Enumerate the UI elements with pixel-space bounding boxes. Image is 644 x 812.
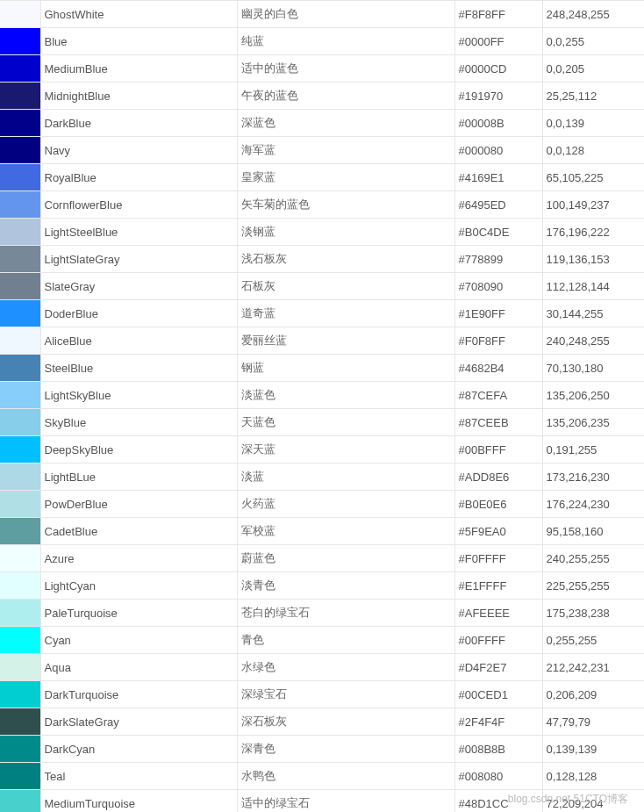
color-hex: #2F4F4F bbox=[454, 708, 542, 736]
color-swatch bbox=[0, 164, 40, 191]
color-swatch bbox=[0, 572, 40, 600]
color-name-zh: 纯蓝 bbox=[237, 28, 454, 55]
color-swatch bbox=[0, 219, 40, 246]
color-rgb: 0,255,255 bbox=[542, 627, 644, 654]
color-name-en: SteelBlue bbox=[40, 355, 237, 382]
color-swatch bbox=[0, 28, 40, 55]
table-row: DoderBlue道奇蓝#1E90FF30,144,255 bbox=[0, 300, 644, 327]
color-rgb: 100,149,237 bbox=[542, 191, 644, 219]
table-row: MidnightBlue午夜的蓝色#19197025,25,112 bbox=[0, 83, 644, 110]
color-name-zh: 皇家蓝 bbox=[237, 164, 454, 191]
color-rgb: 47,79,79 bbox=[542, 708, 644, 736]
color-swatch bbox=[0, 627, 40, 654]
color-name-en: Cyan bbox=[40, 627, 237, 654]
color-rgb: 95,158,160 bbox=[542, 518, 644, 545]
color-rgb: 70,130,180 bbox=[542, 355, 644, 382]
color-name-en: LightSkyBlue bbox=[40, 382, 237, 409]
table-row: SteelBlue钢蓝#4682B470,130,180 bbox=[0, 355, 644, 382]
color-name-en: MediumTurquoise bbox=[40, 790, 237, 813]
color-swatch bbox=[0, 545, 40, 572]
color-hex: #0000FF bbox=[454, 28, 542, 55]
table-row: Azure蔚蓝色#F0FFFF240,255,255 bbox=[0, 545, 644, 572]
color-rgb: 176,196,222 bbox=[542, 219, 644, 246]
table-row: SkyBlue天蓝色#87CEEB135,206,235 bbox=[0, 409, 644, 436]
table-row: DarkCyan深青色#008B8B0,139,139 bbox=[0, 736, 644, 763]
color-rgb: 176,224,230 bbox=[542, 491, 644, 518]
color-rgb: 72,209,204 bbox=[542, 790, 644, 813]
color-rgb: 135,206,235 bbox=[542, 409, 644, 436]
color-rgb: 212,242,231 bbox=[542, 654, 644, 681]
table-row: Aqua水绿色#D4F2E7212,242,231 bbox=[0, 654, 644, 681]
color-hex: #4169E1 bbox=[454, 164, 542, 191]
table-row: DarkTurquoise深绿宝石#00CED10,206,209 bbox=[0, 681, 644, 708]
color-swatch bbox=[0, 518, 40, 545]
table-row: PowDerBlue火药蓝#B0E0E6176,224,230 bbox=[0, 491, 644, 518]
color-name-en: DarkBlue bbox=[40, 110, 237, 137]
color-name-zh: 午夜的蓝色 bbox=[237, 83, 454, 110]
color-hex: #F0FFFF bbox=[454, 545, 542, 572]
color-name-zh: 青色 bbox=[237, 627, 454, 654]
color-swatch bbox=[0, 409, 40, 436]
table-row: CornflowerBlue矢车菊的蓝色#6495ED100,149,237 bbox=[0, 191, 644, 219]
color-name-en: Teal bbox=[40, 763, 237, 790]
color-hex: #4682B4 bbox=[454, 355, 542, 382]
color-swatch bbox=[0, 246, 40, 273]
color-hex: #008B8B bbox=[454, 736, 542, 763]
color-rgb: 0,206,209 bbox=[542, 681, 644, 708]
color-rgb: 0,0,139 bbox=[542, 110, 644, 137]
table-row: LightSlateGray浅石板灰#778899119,136,153 bbox=[0, 246, 644, 273]
table-row: Blue纯蓝#0000FF0,0,255 bbox=[0, 28, 644, 55]
color-rgb: 135,206,250 bbox=[542, 382, 644, 409]
color-rgb: 240,255,255 bbox=[542, 545, 644, 572]
color-swatch bbox=[0, 83, 40, 110]
color-name-en: PowDerBlue bbox=[40, 491, 237, 518]
color-name-en: DarkTurquoise bbox=[40, 681, 237, 708]
color-hex: #48D1CC bbox=[454, 790, 542, 813]
color-name-en: MediumBlue bbox=[40, 55, 237, 83]
color-hex: #F0F8FF bbox=[454, 327, 542, 355]
color-hex: #6495ED bbox=[454, 191, 542, 219]
color-hex: #000080 bbox=[454, 137, 542, 164]
color-hex: #5F9EA0 bbox=[454, 518, 542, 545]
color-name-zh: 蔚蓝色 bbox=[237, 545, 454, 572]
color-name-zh: 幽灵的白色 bbox=[237, 1, 454, 28]
color-name-en: DeepSkyBlue bbox=[40, 436, 237, 463]
color-hex: #00FFFF bbox=[454, 627, 542, 654]
color-name-zh: 水鸭色 bbox=[237, 763, 454, 790]
color-rgb: 0,139,139 bbox=[542, 736, 644, 763]
color-swatch bbox=[0, 463, 40, 491]
color-name-en: LightBLue bbox=[40, 463, 237, 491]
color-name-en: Azure bbox=[40, 545, 237, 572]
color-name-zh: 深天蓝 bbox=[237, 436, 454, 463]
color-name-zh: 火药蓝 bbox=[237, 491, 454, 518]
color-rgb: 173,216,230 bbox=[542, 463, 644, 491]
color-name-zh: 石板灰 bbox=[237, 273, 454, 300]
table-row: SlateGray石板灰#708090112,128,144 bbox=[0, 273, 644, 300]
color-hex: #E1FFFF bbox=[454, 572, 542, 600]
color-swatch bbox=[0, 654, 40, 681]
table-row: LightBLue淡蓝#ADD8E6173,216,230 bbox=[0, 463, 644, 491]
table-row: DarkBlue深蓝色#00008B0,0,139 bbox=[0, 110, 644, 137]
table-row: RoyalBlue皇家蓝#4169E165,105,225 bbox=[0, 164, 644, 191]
color-swatch bbox=[0, 600, 40, 627]
color-name-zh: 钢蓝 bbox=[237, 355, 454, 382]
color-hex: #191970 bbox=[454, 83, 542, 110]
color-swatch bbox=[0, 191, 40, 219]
color-name-en: CadetBlue bbox=[40, 518, 237, 545]
color-name-en: DoderBlue bbox=[40, 300, 237, 327]
color-name-en: PaleTurquoise bbox=[40, 600, 237, 627]
color-hex: #778899 bbox=[454, 246, 542, 273]
table-row: PaleTurquoise苍白的绿宝石#AFEEEE175,238,238 bbox=[0, 600, 644, 627]
color-name-zh: 浅石板灰 bbox=[237, 246, 454, 273]
color-name-zh: 爱丽丝蓝 bbox=[237, 327, 454, 355]
color-swatch bbox=[0, 436, 40, 463]
color-swatch bbox=[0, 708, 40, 736]
color-name-zh: 矢车菊的蓝色 bbox=[237, 191, 454, 219]
color-name-en: Blue bbox=[40, 28, 237, 55]
color-hex: #D4F2E7 bbox=[454, 654, 542, 681]
color-name-zh: 苍白的绿宝石 bbox=[237, 600, 454, 627]
color-name-zh: 淡蓝 bbox=[237, 463, 454, 491]
color-swatch bbox=[0, 1, 40, 28]
color-hex: #87CEEB bbox=[454, 409, 542, 436]
color-rgb: 0,0,205 bbox=[542, 55, 644, 83]
